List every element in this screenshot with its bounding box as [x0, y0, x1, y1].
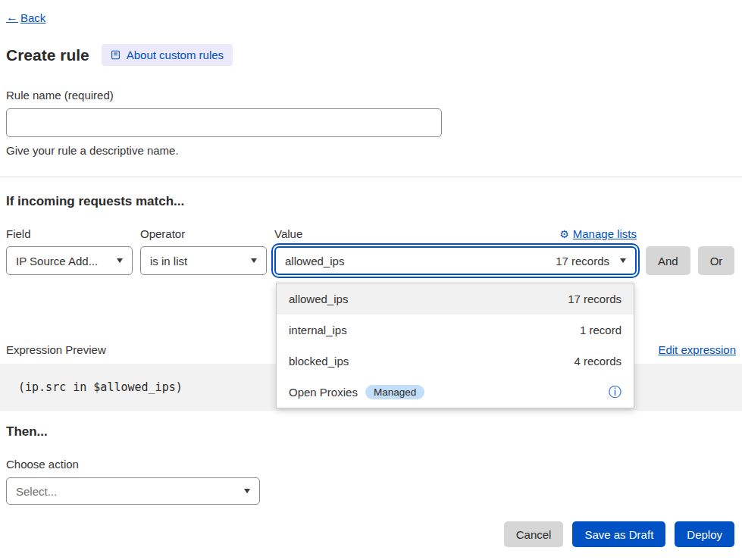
- value-column-header: Value ⚙ Manage lists: [274, 227, 637, 240]
- and-button[interactable]: And: [646, 246, 690, 275]
- page-title: Create rule: [6, 46, 89, 64]
- field-select-value: IP Source Add...: [16, 255, 98, 267]
- value-select-meta: 17 records: [556, 255, 609, 267]
- dropdown-item-allowed-ips[interactable]: allowed_ips 17 records: [277, 283, 634, 314]
- operator-select-value: is in list: [150, 255, 187, 267]
- create-rule-page: ← Back Create rule About custom rules Ru…: [0, 0, 742, 560]
- back-link-label: Back: [20, 11, 45, 24]
- footer-actions: Cancel Save as Draft Deploy: [0, 521, 734, 547]
- book-icon: [111, 50, 121, 60]
- dropdown-item-name: Open Proxies: [289, 386, 358, 399]
- dropdown-item-internal-ips[interactable]: internal_ips 1 record: [277, 314, 634, 346]
- then-section-title: Then...: [6, 424, 742, 440]
- about-custom-rules-link[interactable]: About custom rules: [102, 44, 233, 66]
- dropdown-item-name: internal_ips: [289, 324, 347, 336]
- rule-name-helper-text: Give your rule a descriptive name.: [6, 144, 742, 157]
- match-labels-row: Field Operator Value ⚙ Manage lists: [6, 227, 742, 240]
- dropdown-item-open-proxies[interactable]: Open Proxies Managed ⓘ: [277, 377, 634, 408]
- chevron-down-icon: [244, 489, 250, 493]
- match-section-title: If incoming requests match...: [6, 194, 742, 209]
- action-select-placeholder: Select...: [16, 485, 57, 498]
- value-select-value: allowed_ips: [285, 255, 344, 267]
- dropdown-item-meta: 17 records: [568, 293, 621, 305]
- expression-preview-label: Expression Preview: [6, 343, 106, 356]
- value-column-label: Value: [274, 227, 302, 240]
- expression-code: (ip.src in $allowed_ips): [18, 380, 183, 394]
- title-row: Create rule About custom rules: [6, 44, 742, 66]
- rule-name-input[interactable]: [6, 108, 442, 137]
- dropdown-item-left: Open Proxies Managed: [289, 385, 424, 399]
- arrow-left-icon: ←: [6, 11, 18, 24]
- gear-icon: ⚙: [559, 228, 569, 240]
- operator-select[interactable]: is in list: [140, 246, 267, 275]
- managed-badge: Managed: [365, 385, 424, 399]
- section-divider: [0, 177, 742, 177]
- chevron-down-icon: [251, 258, 257, 263]
- save-as-draft-button[interactable]: Save as Draft: [572, 521, 665, 547]
- deploy-button[interactable]: Deploy: [675, 521, 734, 547]
- value-dropdown-menu: allowed_ips 17 records internal_ips 1 re…: [276, 283, 634, 408]
- cancel-button[interactable]: Cancel: [504, 521, 564, 547]
- value-select-wrap: allowed_ips 17 records allowed_ips 17 re…: [274, 246, 637, 275]
- value-select[interactable]: allowed_ips 17 records: [274, 246, 637, 275]
- dropdown-item-name: blocked_ips: [289, 355, 349, 368]
- match-controls-row: IP Source Add... is in list allowed_ips …: [6, 246, 742, 275]
- back-link[interactable]: ← Back: [6, 11, 45, 24]
- operator-column-label: Operator: [140, 227, 267, 240]
- dropdown-item-meta: 4 records: [574, 355, 621, 368]
- about-custom-rules-label: About custom rules: [127, 48, 224, 61]
- dropdown-item-name: allowed_ips: [289, 293, 348, 305]
- chevron-down-icon: [117, 258, 123, 263]
- action-select[interactable]: Select...: [6, 477, 260, 505]
- dropdown-item-blocked-ips[interactable]: blocked_ips 4 records: [277, 346, 634, 377]
- dropdown-item-meta: 1 record: [580, 324, 621, 336]
- rule-name-label: Rule name (required): [6, 89, 742, 102]
- value-select-right: 17 records: [556, 255, 626, 267]
- edit-expression-link[interactable]: Edit expression: [658, 343, 736, 356]
- field-select[interactable]: IP Source Add...: [6, 246, 133, 275]
- manage-lists-link[interactable]: ⚙ Manage lists: [559, 227, 637, 240]
- chevron-down-icon: [620, 258, 626, 263]
- choose-action-label: Choose action: [6, 458, 742, 471]
- info-icon[interactable]: ⓘ: [609, 386, 621, 399]
- manage-lists-label: Manage lists: [573, 227, 637, 240]
- field-column-label: Field: [6, 227, 133, 240]
- or-button[interactable]: Or: [698, 246, 735, 275]
